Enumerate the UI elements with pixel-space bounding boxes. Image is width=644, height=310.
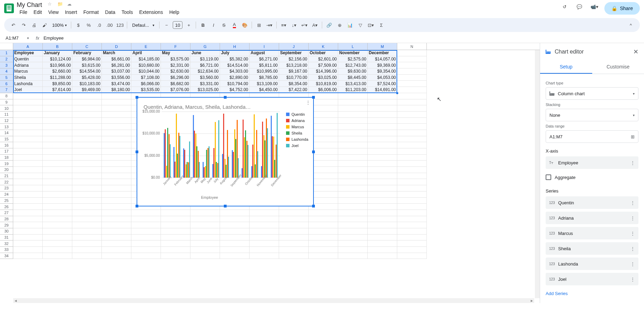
cell[interactable] [13,142,43,148]
cell[interactable] [397,50,427,56]
cell[interactable]: $5,428.00 [72,75,102,81]
app-logo[interactable] [4,3,14,13]
cell[interactable]: $14,396.00 [309,68,338,75]
cell[interactable] [43,167,72,173]
cell[interactable]: $9,469.00 [72,87,102,93]
cell[interactable] [161,210,190,216]
row-header[interactable]: 16 [0,142,13,148]
cell[interactable] [43,185,72,191]
cell[interactable] [43,99,72,106]
cell[interactable]: $14,691.00 [368,87,397,93]
cell[interactable]: $13,218.00 [279,62,309,68]
history-icon[interactable]: ↺ [563,4,571,13]
cell[interactable] [338,204,368,210]
cell[interactable] [131,216,161,222]
chart-resize-handle[interactable] [136,150,138,153]
cell[interactable]: $3,025.00 [309,75,338,81]
cell[interactable]: $3,575.00 [161,56,190,63]
chip-menu-icon[interactable]: ⋮ [630,200,635,205]
cell[interactable]: $10,680.00 [131,62,161,68]
cell[interactable] [220,210,250,216]
col-header[interactable]: L [338,43,368,50]
cell[interactable] [397,112,427,118]
chart-object[interactable]: ⋮ Quentin, Adriana, Marcus, Sheila, Lash… [137,97,314,206]
cell[interactable] [161,235,190,241]
cell[interactable] [13,240,43,247]
col-header[interactable]: J [279,43,309,50]
cell[interactable]: $11,203.00 [338,87,368,93]
cell[interactable] [102,210,131,216]
percent-button[interactable]: % [84,20,93,30]
font-selector[interactable]: Defaul...▾ [129,23,157,28]
cell[interactable]: $10,819.00 [309,81,338,87]
row-header[interactable]: 6 [0,81,13,87]
row-header[interactable]: 17 [0,148,13,155]
cell[interactable] [397,240,427,247]
cell[interactable]: $8,785.00 [250,75,279,81]
cell[interactable] [13,99,43,106]
chart-menu-icon[interactable]: ⋮ [306,100,310,105]
menu-help[interactable]: Help [166,8,182,16]
cell[interactable] [102,161,131,167]
cell[interactable] [368,191,397,198]
row-header[interactable]: 20 [0,167,13,173]
cell[interactable] [250,240,279,247]
cell[interactable] [220,228,250,235]
row-header[interactable]: 21 [0,173,13,179]
cell[interactable] [397,222,427,228]
cell[interactable] [13,179,43,185]
redo-button[interactable]: ↷ [19,20,28,30]
cell[interactable] [43,118,72,124]
cell[interactable] [131,222,161,228]
cell[interactable] [72,210,102,216]
cell[interactable]: $6,661.00 [102,56,131,63]
cell[interactable] [13,210,43,216]
row-header[interactable]: 3 [0,62,13,68]
close-icon[interactable]: ✕ [633,48,638,56]
cell[interactable]: $8,354.00 [279,81,309,87]
cell[interactable] [368,167,397,173]
cell[interactable]: $10,770.00 [279,75,309,81]
cell[interactable]: $6,984.00 [72,56,102,63]
series-chip[interactable]: 123Lashonda⋮ [546,258,638,270]
cell[interactable]: $3,615.00 [72,62,102,68]
cell[interactable] [338,198,368,204]
cell[interactable] [397,204,427,210]
col-header[interactable]: B [43,43,72,50]
cell[interactable] [279,216,309,222]
chip-menu-icon[interactable]: ⋮ [630,246,635,251]
cell[interactable] [102,198,131,204]
cell[interactable] [397,191,427,198]
cell[interactable]: $4,303.00 [220,68,250,75]
cell[interactable]: September [279,50,309,56]
cell[interactable]: $14,554.00 [72,68,102,75]
menu-insert[interactable]: Insert [62,8,80,16]
cell[interactable] [397,185,427,191]
cell[interactable]: $2,660.00 [43,68,72,75]
cell[interactable]: January [43,50,72,56]
cell[interactable] [397,148,427,155]
cell[interactable]: $2,630.00 [161,68,190,75]
chart-resize-handle[interactable] [136,205,138,207]
cell[interactable] [338,167,368,173]
cell[interactable] [250,222,279,228]
cell[interactable] [338,148,368,155]
stacking-dropdown[interactable]: None ▾ [546,109,638,121]
cell[interactable] [397,210,427,216]
cell[interactable] [368,228,397,235]
cell[interactable]: Joel [13,87,43,93]
cell[interactable] [368,130,397,136]
cell[interactable] [102,216,131,222]
cell[interactable] [397,198,427,204]
row-header[interactable]: 29 [0,222,13,228]
cell[interactable] [397,105,427,112]
series-chip[interactable]: 123Marcus⋮ [546,227,638,239]
chip-menu-icon[interactable]: ⋮ [630,231,635,236]
cell[interactable] [13,222,43,228]
cell[interactable] [279,235,309,241]
cell[interactable] [250,235,279,241]
row-header[interactable]: 18 [0,155,13,161]
cell[interactable]: July [220,50,250,56]
cell[interactable]: $10,183.00 [72,81,102,87]
cell[interactable]: $9,369.00 [368,62,397,68]
